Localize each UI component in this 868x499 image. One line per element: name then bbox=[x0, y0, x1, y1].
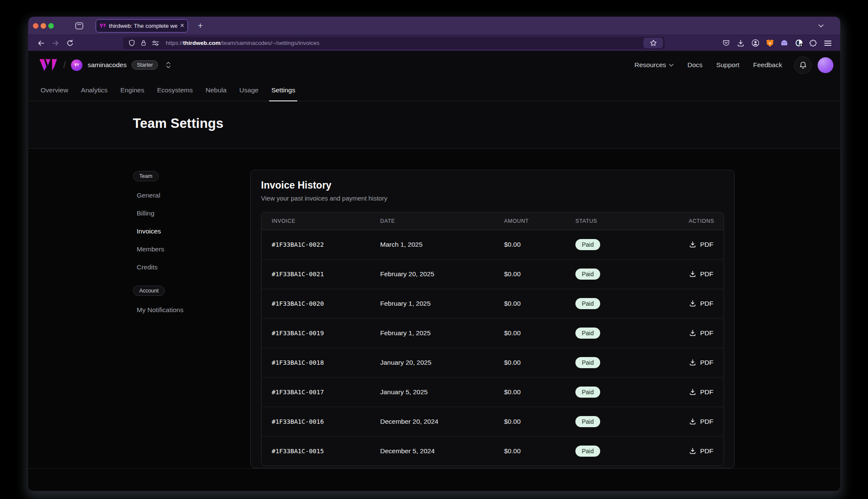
settings-content: Team GeneralBillingInvoicesMembersCredit… bbox=[28, 149, 840, 491]
download-icon bbox=[689, 300, 696, 307]
thirdweb-dashboard: / saminacodes Starter Resources Docs Sup… bbox=[28, 51, 840, 491]
download-icon bbox=[689, 418, 696, 425]
account-button[interactable] bbox=[748, 37, 762, 50]
invoice-table: INVOICEDATEAMOUNTSTATUSACTIONS #1F33BA1C… bbox=[261, 212, 724, 466]
invoice-status-cell: Paid bbox=[575, 230, 657, 259]
dashboard-tab[interactable]: Analytics bbox=[75, 79, 114, 101]
invoice-row: #1F33BA1C-0020 February 1, 2025 $0.00 Pa… bbox=[261, 289, 724, 318]
invoice-amount: $0.00 bbox=[504, 436, 575, 466]
settings-sidebar: Team GeneralBillingInvoicesMembersCredit… bbox=[133, 149, 235, 319]
menu-button[interactable] bbox=[821, 37, 835, 50]
invoice-id: #1F33BA1C-0020 bbox=[261, 289, 380, 318]
browser-tab[interactable]: thirdweb: The complete web3 d × bbox=[96, 19, 188, 32]
invoice-actions-cell: PDF bbox=[657, 230, 724, 259]
phantom-button[interactable] bbox=[777, 37, 792, 50]
sidebar-items: GeneralBillingInvoicesMembersCredits bbox=[133, 186, 235, 276]
dashboard-tab[interactable]: Ecosystems bbox=[151, 79, 199, 101]
download-pdf-button[interactable]: PDF bbox=[685, 385, 718, 399]
invoice-id: #1F33BA1C-0016 bbox=[261, 407, 380, 436]
download-pdf-button[interactable]: PDF bbox=[685, 444, 718, 458]
invoice-row: #1F33BA1C-0022 March 1, 2025 $0.00 Paid … bbox=[261, 230, 724, 259]
download-pdf-button[interactable]: PDF bbox=[685, 296, 718, 311]
team-name[interactable]: saminacodes bbox=[88, 61, 126, 69]
new-tab-button[interactable]: + bbox=[194, 19, 207, 32]
notifications-button[interactable] bbox=[794, 56, 812, 74]
pocket-icon bbox=[722, 39, 730, 47]
maximize-window-button[interactable] bbox=[48, 23, 54, 29]
download-pdf-button[interactable]: PDF bbox=[685, 267, 718, 281]
firefox-view-button[interactable] bbox=[72, 19, 86, 32]
back-button[interactable] bbox=[34, 37, 48, 50]
puzzle-icon bbox=[809, 39, 817, 47]
team-avatar[interactable] bbox=[71, 59, 82, 71]
thirdweb-logo[interactable] bbox=[38, 59, 58, 71]
user-avatar[interactable] bbox=[818, 57, 833, 73]
sidebar-item[interactable]: Invoices bbox=[133, 222, 235, 240]
status-badge: Paid bbox=[575, 357, 600, 368]
download-pdf-button[interactable]: PDF bbox=[685, 355, 718, 370]
invoice-actions-cell: PDF bbox=[657, 289, 724, 318]
firefox-view-icon bbox=[75, 22, 83, 30]
chevron-up-down-icon bbox=[166, 62, 171, 68]
dashboard-tab[interactable]: Nebula bbox=[199, 79, 233, 101]
dashboard-nav-tabs: OverviewAnalyticsEnginesEcosystemsNebula… bbox=[28, 79, 840, 101]
url-text[interactable]: https://thirdweb.com/team/saminacodes/~/… bbox=[166, 40, 639, 46]
forward-button[interactable] bbox=[48, 37, 63, 50]
permissions-icon[interactable] bbox=[152, 40, 159, 46]
invoice-date: February 1, 2025 bbox=[380, 318, 504, 348]
url-bar[interactable]: https://thirdweb.com/team/saminacodes/~/… bbox=[123, 37, 665, 49]
invoice-actions-cell: PDF bbox=[657, 348, 724, 377]
invoice-row: #1F33BA1C-0017 January 5, 2025 $0.00 Pai… bbox=[261, 377, 724, 407]
sidebar-item[interactable]: Members bbox=[133, 240, 235, 258]
invoice-row: #1F33BA1C-0016 December 20, 2024 $0.00 P… bbox=[261, 407, 724, 436]
dashboard-tab[interactable]: Settings bbox=[265, 79, 302, 101]
dashboard-tab[interactable]: Overview bbox=[34, 79, 75, 101]
download-pdf-button[interactable]: PDF bbox=[685, 326, 718, 340]
table-header-row: INVOICEDATEAMOUNTSTATUSACTIONS bbox=[261, 213, 724, 230]
header-link[interactable]: Docs bbox=[687, 61, 702, 69]
extensions-button[interactable] bbox=[806, 37, 821, 50]
header-link[interactable]: Support bbox=[716, 61, 739, 69]
invoice-amount: $0.00 bbox=[504, 289, 575, 318]
sidebar-item[interactable]: Billing bbox=[133, 204, 235, 222]
dashboard-tab[interactable]: Usage bbox=[233, 79, 265, 101]
dashboard-tab[interactable]: Engines bbox=[114, 79, 151, 101]
minimize-window-button[interactable] bbox=[41, 23, 46, 29]
reload-button[interactable] bbox=[63, 37, 77, 50]
invoice-date: January 20, 2025 bbox=[380, 348, 504, 377]
header-link[interactable]: Resources bbox=[634, 61, 674, 69]
invoice-actions-cell: PDF bbox=[657, 259, 724, 289]
back-icon bbox=[37, 39, 45, 47]
chevron-down-icon bbox=[818, 24, 824, 28]
sidebar-item[interactable]: General bbox=[133, 186, 235, 204]
close-window-button[interactable] bbox=[33, 23, 38, 29]
status-badge: Paid bbox=[575, 239, 600, 250]
sidebar-item[interactable]: Credits bbox=[133, 258, 235, 276]
team-switcher-button[interactable] bbox=[163, 60, 173, 70]
lock-extension-icon bbox=[795, 39, 803, 47]
invoice-status-cell: Paid bbox=[575, 377, 657, 407]
password-manager-button[interactable] bbox=[792, 37, 806, 50]
invoice-actions-cell: PDF bbox=[657, 377, 724, 407]
invoice-id: #1F33BA1C-0018 bbox=[261, 348, 380, 377]
download-pdf-button[interactable]: PDF bbox=[685, 414, 718, 429]
header-link[interactable]: Feedback bbox=[753, 61, 782, 69]
invoice-row: #1F33BA1C-0021 February 20, 2025 $0.00 P… bbox=[261, 259, 724, 289]
sidebar-item[interactable]: My Notifications bbox=[133, 301, 235, 319]
close-tab-button[interactable]: × bbox=[180, 22, 184, 29]
status-badge: Paid bbox=[575, 416, 600, 427]
metamask-button[interactable] bbox=[762, 37, 777, 50]
download-pdf-button[interactable]: PDF bbox=[685, 237, 718, 252]
bookmark-button[interactable] bbox=[643, 38, 663, 48]
forward-icon bbox=[52, 39, 59, 47]
status-badge: Paid bbox=[575, 446, 600, 457]
hamburger-icon bbox=[824, 40, 832, 46]
downloads-button[interactable] bbox=[733, 37, 748, 50]
invoice-id: #1F33BA1C-0021 bbox=[261, 259, 380, 289]
shield-icon[interactable] bbox=[128, 39, 135, 47]
list-tabs-button[interactable] bbox=[815, 19, 827, 32]
lock-icon[interactable] bbox=[140, 39, 147, 47]
pocket-button[interactable] bbox=[719, 37, 733, 50]
invoice-date: February 20, 2025 bbox=[380, 259, 504, 289]
download-icon bbox=[689, 329, 696, 337]
